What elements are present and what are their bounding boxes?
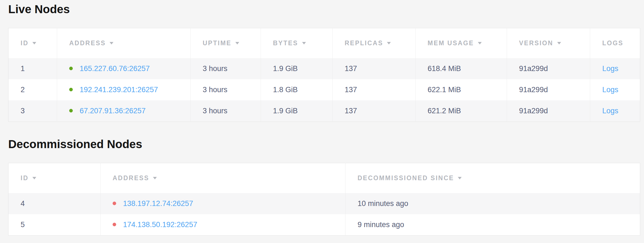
column-header-uptime[interactable]: UPTIME (191, 28, 261, 58)
column-header-label: ADDRESS (69, 39, 106, 47)
version-cell: 91a299d (507, 79, 590, 100)
address-link[interactable]: 138.197.12.74:26257 (123, 199, 193, 208)
version-cell: 91a299d (507, 100, 590, 122)
column-header-decommissioned-since[interactable]: DECOMMISSIONED SINCE (345, 163, 640, 193)
column-header-bytes[interactable]: BYTES (261, 28, 333, 58)
address-link[interactable]: 67.207.91.36:26257 (80, 107, 146, 115)
sort-arrow-icon (557, 42, 561, 44)
decommissioned-since-cell: 9 minutes ago (345, 214, 640, 236)
live-nodes-header-row: ID ADDRESS UPTIME BYTES REPLICAS MEM USA… (9, 28, 640, 58)
column-header-label: REPLICAS (345, 39, 383, 47)
decommissioned-nodes-table: ID ADDRESS DECOMMISSIONED SINCE 4 138.19… (8, 163, 640, 236)
column-header-mem-usage[interactable]: MEM USAGE (416, 28, 507, 58)
column-header-label: UPTIME (203, 39, 232, 47)
logs-cell: Logs (590, 79, 640, 100)
decommissioned-nodes-header-row: ID ADDRESS DECOMMISSIONED SINCE (9, 163, 640, 193)
version-cell: 91a299d (507, 58, 590, 79)
mem-usage-cell: 621.2 MiB (416, 100, 507, 122)
node-id-cell: 1 (9, 58, 57, 79)
address-link[interactable]: 174.138.50.192:26257 (123, 221, 197, 229)
sort-arrow-icon (110, 42, 113, 44)
nodes-overview-page: Live Nodes ID ADDRESS UPTIME BYTES REPLI… (8, 0, 640, 236)
table-row: 4 138.197.12.74:26257 10 minutes ago (9, 193, 640, 214)
column-header-label: LOGS (602, 39, 623, 47)
sort-arrow-icon (302, 42, 306, 44)
live-nodes-title: Live Nodes (8, 0, 640, 16)
column-header-label: ID (21, 39, 29, 47)
live-status-dot-icon (69, 67, 73, 70)
live-nodes-table: ID ADDRESS UPTIME BYTES REPLICAS MEM USA… (8, 28, 640, 122)
table-row: 2 192.241.239.201:26257 3 hours 1.8 GiB … (9, 79, 640, 100)
sort-arrow-icon (32, 42, 36, 44)
node-id-cell: 2 (9, 79, 57, 100)
table-row: 3 67.207.91.36:26257 3 hours 1.9 GiB 137… (9, 100, 640, 122)
live-status-dot-icon (69, 88, 73, 91)
uptime-cell: 3 hours (191, 100, 261, 122)
column-header-version[interactable]: VERSION (507, 28, 590, 58)
column-header-address[interactable]: ADDRESS (101, 163, 345, 193)
column-header-logs: LOGS (590, 28, 640, 58)
node-address-cell: 165.227.60.76:26257 (57, 58, 191, 79)
table-row: 5 174.138.50.192:26257 9 minutes ago (9, 214, 640, 236)
node-id-cell: 3 (9, 100, 57, 122)
replicas-cell: 137 (333, 79, 416, 100)
logs-link[interactable]: Logs (602, 107, 618, 115)
sort-arrow-icon (235, 42, 239, 44)
node-id-cell: 4 (9, 193, 101, 214)
decommissioned-status-dot-icon (113, 202, 116, 205)
column-header-id[interactable]: ID (9, 163, 101, 193)
node-id-cell: 5 (9, 214, 101, 236)
column-header-label: VERSION (519, 39, 553, 47)
node-address-cell: 174.138.50.192:26257 (101, 214, 345, 236)
sort-arrow-icon (387, 42, 391, 44)
logs-cell: Logs (590, 58, 640, 79)
column-header-label: ID (21, 174, 29, 182)
sort-arrow-icon (32, 177, 36, 179)
mem-usage-cell: 618.4 MiB (416, 58, 507, 79)
table-row: 1 165.227.60.76:26257 3 hours 1.9 GiB 13… (9, 58, 640, 79)
column-header-label: ADDRESS (113, 174, 149, 182)
logs-link[interactable]: Logs (602, 64, 618, 73)
column-header-address[interactable]: ADDRESS (57, 28, 191, 58)
decommissioned-since-cell: 10 minutes ago (345, 193, 640, 214)
sort-arrow-icon (478, 42, 482, 44)
mem-usage-cell: 622.1 MiB (416, 79, 507, 100)
node-address-cell: 192.241.239.201:26257 (57, 79, 191, 100)
live-status-dot-icon (69, 109, 73, 112)
column-header-label: BYTES (273, 39, 298, 47)
logs-cell: Logs (590, 100, 640, 122)
uptime-cell: 3 hours (191, 58, 261, 79)
bytes-cell: 1.8 GiB (261, 79, 333, 100)
decommissioned-status-dot-icon (113, 223, 116, 226)
bytes-cell: 1.9 GiB (261, 58, 333, 79)
address-link[interactable]: 165.227.60.76:26257 (80, 64, 150, 73)
bytes-cell: 1.9 GiB (261, 100, 333, 122)
decommissioned-nodes-title: Decommissioned Nodes (8, 138, 640, 151)
node-address-cell: 67.207.91.36:26257 (57, 100, 191, 122)
column-header-replicas[interactable]: REPLICAS (333, 28, 416, 58)
node-address-cell: 138.197.12.74:26257 (101, 193, 345, 214)
sort-arrow-icon (153, 177, 157, 179)
column-header-label: DECOMMISSIONED SINCE (358, 174, 454, 182)
address-link[interactable]: 192.241.239.201:26257 (80, 86, 158, 94)
logs-link[interactable]: Logs (602, 86, 618, 94)
replicas-cell: 137 (333, 100, 416, 122)
uptime-cell: 3 hours (191, 79, 261, 100)
column-header-label: MEM USAGE (428, 39, 474, 47)
sort-arrow-icon (458, 177, 462, 179)
column-header-id[interactable]: ID (9, 28, 57, 58)
replicas-cell: 137 (333, 58, 416, 79)
